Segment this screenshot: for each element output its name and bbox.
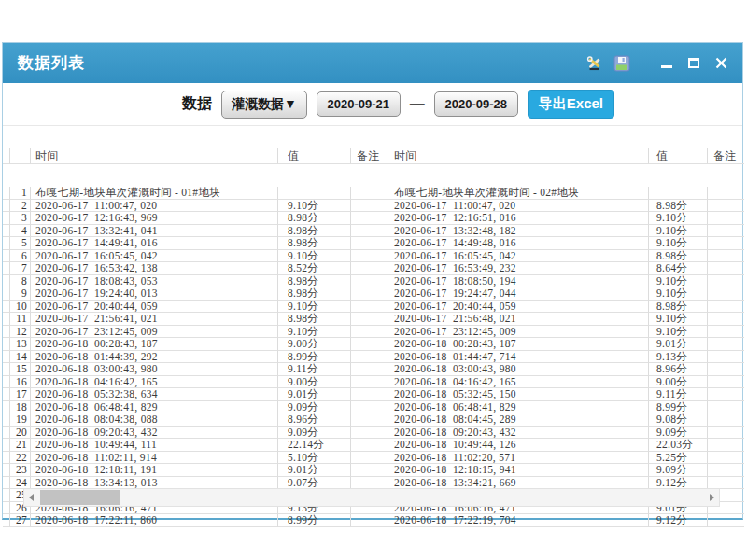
note-cell — [708, 376, 744, 389]
close-icon[interactable] — [712, 55, 729, 72]
note-cell — [708, 514, 744, 527]
table-row[interactable]: 122020-06-17 23:12:45, 0099.10分2020-06-1… — [3, 326, 742, 339]
value-cell: 8.96分 — [649, 363, 708, 376]
row-number: 16 — [10, 376, 31, 389]
value-cell: 8.98分 — [278, 313, 351, 326]
end-date-button[interactable]: 2020-09-28 — [434, 91, 518, 117]
value-cell: 9.00分 — [278, 338, 351, 351]
header-time-2: 时间 — [388, 148, 649, 164]
row-gutter — [3, 313, 10, 326]
value-cell: 9.10分 — [649, 275, 708, 288]
dataset-dropdown[interactable]: 灌溉数据▼ — [221, 91, 307, 119]
value-cell: 9.01分 — [649, 338, 708, 351]
time-cell: 2020-06-17 11:00:47, 020 — [388, 200, 649, 213]
table-row[interactable]: 152020-06-18 03:00:43, 9809.11分2020-06-1… — [3, 363, 742, 376]
time-cell: 2020-06-18 12:18:15, 941 — [388, 464, 649, 477]
time-cell: 2020-06-18 10:49:44, 111 — [31, 439, 278, 452]
table-row[interactable]: 42020-06-17 13:32:41, 0418.98分2020-06-17… — [3, 225, 742, 238]
header-value-2: 值 — [649, 148, 708, 164]
table-row[interactable]: 222020-06-18 11:02:11, 9145.10分2020-06-1… — [3, 452, 742, 465]
table-row[interactable]: 182020-06-18 06:48:41, 8299.09分2020-06-1… — [3, 401, 742, 414]
start-date-button[interactable]: 2020-09-21 — [317, 91, 401, 117]
row-gutter — [3, 262, 10, 275]
table-row[interactable]: 52020-06-17 14:49:41, 0168.98分2020-06-17… — [3, 237, 742, 250]
table-row[interactable]: 142020-06-18 01:44:39, 2928.99分2020-06-1… — [3, 351, 742, 364]
row-number: 22 — [10, 452, 31, 465]
table-row[interactable]: 232020-06-18 12:18:11, 1919.01分2020-06-1… — [3, 464, 742, 477]
time-cell: 2020-06-18 00:28:43, 187 — [31, 338, 278, 351]
table-row[interactable]: 202020-06-18 09:20:43, 4329.09分2020-06-1… — [3, 427, 742, 440]
time-cell: 2020-06-17 18:08:43, 053 — [31, 275, 278, 288]
tools-icon[interactable] — [586, 55, 603, 72]
value-cell: 9.09分 — [278, 427, 351, 440]
scroll-left-arrow-icon[interactable] — [24, 489, 38, 506]
table-row[interactable]: 112020-06-17 21:56:41, 0218.98分2020-06-1… — [3, 313, 742, 326]
chevron-down-icon: ▼ — [284, 96, 297, 111]
table-row[interactable]: 132020-06-18 00:28:43, 1879.00分2020-06-1… — [3, 338, 742, 351]
row-gutter — [3, 237, 10, 250]
scrollbar-thumb[interactable] — [40, 490, 120, 505]
value-cell: 9.07分 — [278, 477, 351, 490]
note-cell — [351, 464, 388, 477]
note-cell — [351, 363, 388, 376]
row-number: 6 — [10, 250, 31, 263]
note-cell — [351, 514, 388, 527]
value-cell: 8.52分 — [278, 262, 351, 275]
time-cell: 2020-06-18 03:00:43, 980 — [31, 363, 278, 376]
value-cell: 8.99分 — [649, 401, 708, 414]
note-cell — [351, 427, 388, 440]
table-row[interactable]: 32020-06-17 12:16:43, 9698.98分2020-06-17… — [3, 212, 742, 225]
table-row[interactable]: 102020-06-17 20:40:44, 0599.10分2020-06-1… — [3, 301, 742, 314]
value-cell: 9.11分 — [649, 388, 708, 401]
value-cell: 9.08分 — [649, 413, 708, 427]
header-row-number — [10, 148, 31, 164]
value-cell: 9.10分 — [278, 301, 351, 314]
horizontal-scrollbar[interactable] — [23, 488, 720, 507]
grid-body: 1布嘎七期-地块单次灌溉时间 - 01#地块布嘎七期-地块单次灌溉时间 - 02… — [3, 187, 742, 527]
table-row[interactable]: 162020-06-18 04:16:42, 1659.00分2020-06-1… — [3, 376, 742, 389]
note-cell — [708, 464, 744, 477]
time-cell: 2020-06-17 12:16:51, 016 — [388, 212, 649, 225]
row-number: 10 — [10, 301, 31, 314]
value-cell — [649, 187, 708, 200]
note-cell — [708, 338, 744, 351]
scrollbar-track[interactable] — [38, 489, 705, 506]
time-cell: 2020-06-18 03:00:43, 980 — [388, 363, 649, 376]
value-cell: 8.98分 — [649, 200, 708, 213]
time-cell: 2020-06-18 13:34:13, 013 — [31, 477, 278, 490]
export-excel-button[interactable]: 导出Excel — [528, 90, 614, 119]
table-row[interactable]: 82020-06-17 18:08:43, 0538.98分2020-06-17… — [3, 275, 742, 288]
save-icon[interactable] — [613, 55, 630, 72]
time-cell: 2020-06-18 17:22:11, 860 — [31, 514, 278, 527]
row-number: 2 — [10, 200, 31, 213]
maximize-icon[interactable] — [685, 55, 702, 72]
data-label: 数据 — [182, 94, 212, 114]
table-row[interactable]: 72020-06-17 16:53:42, 1388.52分2020-06-17… — [3, 262, 742, 275]
table-row[interactable]: 212020-06-18 10:49:44, 11122.14分2020-06-… — [3, 439, 742, 452]
note-cell — [708, 200, 744, 213]
row-gutter — [3, 338, 10, 351]
time-cell: 2020-06-18 11:02:20, 571 — [388, 452, 649, 465]
table-row[interactable]: 192020-06-18 08:04:38, 0888.96分2020-06-1… — [3, 413, 742, 427]
table-row[interactable]: 62020-06-17 16:05:45, 0429.10分2020-06-17… — [3, 250, 742, 263]
header-gutter — [3, 148, 10, 164]
time-cell: 2020-06-17 20:40:44, 059 — [388, 301, 649, 314]
table-row[interactable]: 172020-06-18 05:32:38, 6349.01分2020-06-1… — [3, 388, 742, 401]
table-row[interactable]: 1布嘎七期-地块单次灌溉时间 - 01#地块布嘎七期-地块单次灌溉时间 - 02… — [3, 187, 742, 200]
row-number: 17 — [10, 388, 31, 401]
table-row[interactable]: 272020-06-18 17:22:11, 8608.99分2020-06-1… — [3, 514, 742, 527]
row-number: 19 — [10, 413, 31, 427]
scroll-right-arrow-icon[interactable] — [705, 489, 719, 506]
header-note-1: 备注 — [351, 148, 388, 164]
row-number: 18 — [10, 401, 31, 414]
minimize-icon[interactable] — [658, 55, 675, 72]
row-number: 27 — [10, 514, 31, 527]
table-row[interactable]: 242020-06-18 13:34:13, 0139.07分2020-06-1… — [3, 477, 742, 490]
table-row[interactable]: 92020-06-17 19:24:40, 0138.98分2020-06-17… — [3, 287, 742, 301]
row-number: 7 — [10, 262, 31, 275]
note-cell — [708, 439, 744, 452]
row-number: 20 — [10, 427, 31, 440]
time-cell: 2020-06-17 12:16:43, 969 — [31, 212, 278, 225]
table-row[interactable]: 22020-06-17 11:00:47, 0209.10分2020-06-17… — [3, 200, 742, 213]
note-cell — [708, 401, 744, 414]
